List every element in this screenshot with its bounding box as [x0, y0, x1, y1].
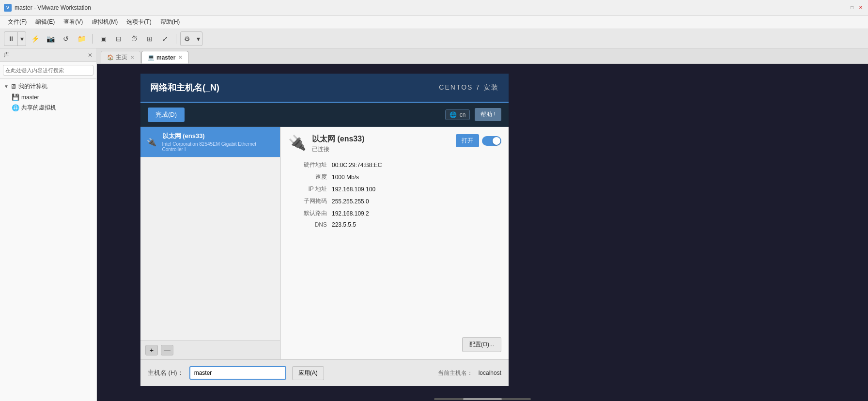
add-nic-button[interactable]: + [145, 345, 158, 355]
view-btn-4[interactable]: ⊞ [143, 32, 156, 46]
tab-master-close-btn[interactable]: ✕ [178, 55, 182, 60]
help-button[interactable]: 帮助 ! [475, 108, 501, 121]
menu-vm[interactable]: 虚拟机(M) [88, 16, 122, 28]
dns-row: DNS 223.5.5.5 [288, 221, 501, 228]
sidebar-item-shared-vms[interactable]: 🌐 共享的虚拟机 [2, 102, 94, 113]
menu-edit[interactable]: 编辑(E) [31, 16, 59, 28]
pause-button[interactable]: ⏸ [4, 32, 18, 46]
centos-done-row: 完成(D) 🌐 cn 帮助 ! [140, 103, 509, 127]
settings-button[interactable]: ⚙ [181, 32, 194, 46]
hostname-input[interactable] [189, 366, 286, 380]
nic-subtitle-label: Intel Corporation 82545EM Gigabit Ethern… [162, 141, 274, 152]
sidebar-close-button[interactable]: ✕ [88, 52, 93, 59]
centos-header: 网络和主机名(_N) CENTOS 7 安装 [140, 74, 509, 103]
scrollbar-track [434, 398, 531, 400]
current-hostname-label: 当前主机名： [438, 369, 473, 377]
toolbar-separator-2 [176, 34, 176, 44]
toggle-on-button[interactable]: 打开 [456, 134, 479, 147]
pause-dropdown-button[interactable]: ▾ [18, 32, 26, 46]
nic-detail-icon: 🔌 [288, 134, 306, 151]
centos-header-left: 网络和主机名(_N) [150, 82, 219, 93]
nic-detail-header: 🔌 以太网 (ens33) 已连接 打开 [288, 134, 501, 154]
sidebar-header: 库 ✕ [0, 48, 96, 62]
nic-info-table: 硬件地址 00:0C:29:74:B8:EC 速度 1000 Mb/s IP 地… [288, 161, 501, 232]
app-icon: V [4, 4, 12, 12]
apply-hostname-button[interactable]: 应用(A) [292, 366, 324, 380]
sidebar-search-area [0, 62, 96, 79]
snapshot-button[interactable]: 📷 [44, 32, 57, 46]
remove-nic-button[interactable]: — [161, 345, 173, 355]
nic-detail-info: 以太网 (ens33) 已连接 [312, 134, 364, 154]
send-file-button[interactable]: 📁 [75, 32, 88, 46]
view-btn-5[interactable]: ⤢ [158, 32, 172, 46]
hw-addr-value: 00:0C:29:74:B8:EC [332, 162, 382, 169]
tree-expand-arrow: ▼ [4, 84, 9, 89]
menu-bar: 文件(F) 编辑(E) 查看(V) 虚拟机(M) 选项卡(T) 帮助(H) [0, 15, 868, 29]
centos-done-button[interactable]: 完成(D) [148, 108, 185, 122]
tab-home-close-btn[interactable]: ✕ [130, 55, 134, 60]
speed-row: 速度 1000 Mb/s [288, 173, 501, 181]
nic-icon: 🔌 [146, 136, 157, 148]
content-area: 🏠 主页 ✕ 💻 master ✕ 网络和主机名(_N) [97, 48, 868, 401]
tab-home-label: 主页 [116, 53, 127, 62]
network-list-panel: 🔌 以太网 (ens33) Intel Corporation 82545EM … [140, 127, 281, 359]
sidebar-tree: ▼ 🖥 我的计算机 💾 master 🌐 共享的虚拟机 [0, 79, 96, 401]
vm-content[interactable]: 网络和主机名(_N) CENTOS 7 安装 完成(D) 🌐 cn [97, 64, 868, 401]
subnet-value: 255.255.255.0 [332, 198, 369, 205]
menu-file[interactable]: 文件(F) [4, 16, 31, 28]
sidebar-item-master[interactable]: 💾 master [2, 92, 94, 102]
view-btn-1[interactable]: ▣ [96, 32, 110, 46]
toggle-switch[interactable] [482, 136, 501, 146]
centos-brand-label: CENTOS 7 安装 [439, 83, 499, 92]
menu-tab[interactable]: 选项卡(T) [123, 16, 155, 28]
sidebar-item-label: 我的计算机 [18, 82, 47, 91]
sidebar: 库 ✕ ▼ 🖥 我的计算机 💾 master 🌐 共享的虚拟机 [0, 48, 97, 401]
centos-page-title: 网络和主机名(_N) [150, 82, 219, 93]
settings-dropdown-button[interactable]: ▾ [194, 32, 202, 46]
menu-help[interactable]: 帮助(H) [156, 16, 184, 28]
computer-icon: 🖥 [10, 83, 16, 90]
vm-icon: 💾 [12, 93, 19, 101]
window-controls: — □ ✕ [840, 4, 864, 11]
view-btn-2[interactable]: ⊟ [112, 32, 125, 46]
sidebar-item-mycomputer[interactable]: ▼ 🖥 我的计算机 [2, 81, 94, 92]
home-tab-icon: 🏠 [107, 54, 114, 61]
menu-view[interactable]: 查看(V) [60, 16, 87, 28]
dns-label: DNS [288, 221, 327, 228]
dns-value: 223.5.5.5 [332, 221, 356, 228]
config-button[interactable]: 配置(O)... [462, 337, 501, 352]
minimize-button[interactable]: — [840, 4, 847, 11]
gateway-value: 192.168.109.2 [332, 210, 369, 217]
title-bar: V master - VMware Workstation — □ ✕ [0, 0, 868, 15]
pause-btn-group: ⏸ ▾ [4, 31, 26, 46]
master-tab-icon: 💻 [148, 54, 155, 61]
tab-master[interactable]: 💻 master ✕ [141, 51, 188, 63]
lang-selector[interactable]: 🌐 cn [445, 109, 470, 120]
settings-btn-group: ⚙ ▾ [180, 31, 202, 46]
tab-bar: 🏠 主页 ✕ 💻 master ✕ [97, 48, 868, 64]
nic-detail-name-label: 以太网 (ens33) [312, 134, 364, 144]
vm-screen[interactable]: 网络和主机名(_N) CENTOS 7 安装 完成(D) 🌐 cn [97, 64, 868, 401]
tab-master-label: master [156, 54, 175, 61]
sidebar-item-label: master [21, 94, 39, 101]
ip-label: IP 地址 [288, 185, 327, 193]
main-layout: 库 ✕ ▼ 🖥 我的计算机 💾 master 🌐 共享的虚拟机 [0, 48, 868, 401]
hostname-row: 主机名 (H)： 应用(A) 当前主机名： localhost [140, 359, 509, 386]
maximize-button[interactable]: □ [849, 4, 855, 11]
toolbar-separator-1 [92, 34, 93, 44]
nic-detail-status-label: 已连接 [312, 145, 364, 154]
tab-home[interactable]: 🏠 主页 ✕ [101, 51, 140, 63]
power-button[interactable]: ⚡ [28, 32, 42, 46]
ip-value: 192.168.109.100 [332, 186, 375, 193]
window-title: master - VMware Workstation [15, 4, 840, 11]
sidebar-search-input[interactable] [3, 65, 93, 76]
revert-button[interactable]: ↺ [59, 32, 73, 46]
current-hostname-value: localhost [479, 370, 501, 376]
hw-addr-row: 硬件地址 00:0C:29:74:B8:EC [288, 161, 501, 169]
view-btn-3[interactable]: ⏱ [127, 32, 141, 46]
close-button[interactable]: ✕ [857, 4, 864, 11]
centos-installer: 网络和主机名(_N) CENTOS 7 安装 完成(D) 🌐 cn [140, 74, 509, 359]
hostname-label: 主机名 (H)： [148, 369, 184, 377]
scrollbar-thumb[interactable] [463, 398, 502, 400]
nic-list-item-ens33[interactable]: 🔌 以太网 (ens33) Intel Corporation 82545EM … [140, 127, 280, 157]
